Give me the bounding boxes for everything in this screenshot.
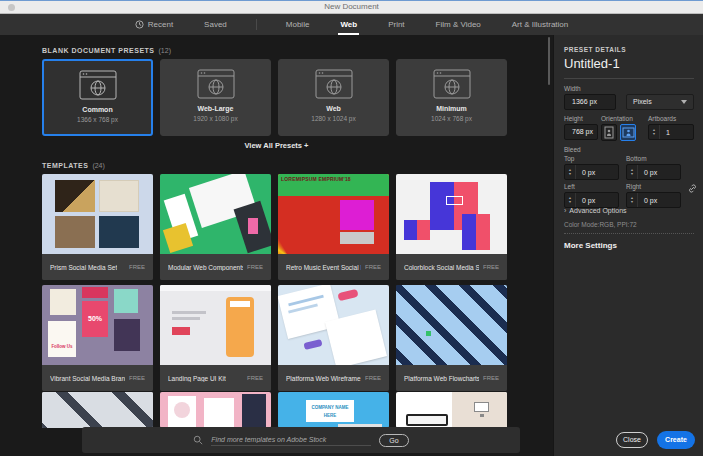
artboards-stepper[interactable]: ▲▼ 1: [648, 124, 694, 140]
search-icon: [193, 435, 203, 445]
free-badge: FREE: [483, 375, 499, 381]
window-title: New Document: [0, 2, 703, 11]
free-badge: FREE: [365, 375, 381, 381]
tab-label: Art & Illustration: [512, 20, 568, 29]
view-all-presets-button[interactable]: View All Presets +: [0, 141, 553, 150]
template-name: Platforma Web Flowcharts Kit: [404, 375, 479, 382]
go-button[interactable]: Go: [379, 434, 408, 447]
preset-dims: 1920 x 1080 px: [193, 115, 237, 122]
template-card[interactable]: Platforma Web Wireframe KitFREE: [278, 285, 389, 391]
width-input[interactable]: 1366 px: [564, 94, 616, 110]
create-button[interactable]: Create: [657, 431, 695, 449]
template-card[interactable]: LOREMIPSUM EMPRIUM'18 Retro Music Event …: [278, 174, 389, 280]
tab-film-video[interactable]: Film & Video: [434, 16, 483, 33]
units-value: Pixels: [633, 95, 652, 109]
template-thumbnail: LOREMIPSUM EMPRIUM'18: [278, 174, 389, 254]
presets-section-count: (12): [159, 47, 171, 54]
bleed-left-stepper[interactable]: ▲▼ 0 px: [564, 192, 619, 208]
bleed-right-stepper[interactable]: ▲▼ 0 px: [626, 192, 681, 208]
stepper-arrows[interactable]: ▲▼: [627, 193, 638, 207]
template-thumbnail: COMPANY NAME HERE: [278, 392, 389, 428]
clock-icon: [135, 20, 144, 29]
preset-card-common[interactable]: Common 1366 x 768 px: [42, 59, 153, 136]
free-badge: FREE: [129, 375, 145, 381]
color-mode-summary: Color Mode:RGB, PPI:72: [564, 221, 637, 228]
template-card[interactable]: [42, 392, 153, 428]
free-badge: FREE: [129, 264, 145, 270]
template-card[interactable]: Modular Web Components SetFREE: [160, 174, 271, 280]
template-card[interactable]: Colorblock Social Media SetFREE: [396, 174, 507, 280]
bleed-top-value: 0 px: [576, 169, 595, 176]
template-name: Colorblock Social Media Set: [404, 264, 479, 271]
stepper-arrows[interactable]: ▲▼: [565, 193, 576, 207]
bleed-label: Bleed: [564, 146, 581, 153]
preset-card-web[interactable]: Web 1280 x 1024 px: [278, 59, 389, 136]
bleed-bottom-stepper[interactable]: ▲▼ 0 px: [626, 164, 681, 180]
chevron-down-icon: [681, 100, 687, 104]
preset-details-panel: PRESET DETAILS Untitled-1 Width 1366 px …: [553, 35, 703, 456]
stepper-arrows[interactable]: ▲▼: [649, 125, 660, 139]
tab-label: Print: [388, 20, 404, 29]
tab-label: Web: [340, 20, 357, 29]
template-thumbnail: [160, 392, 271, 428]
template-card[interactable]: Platforma Web Flowcharts KitFREE: [396, 285, 507, 391]
scrollbar[interactable]: [548, 37, 550, 85]
advanced-options-toggle[interactable]: ›Advanced Options: [564, 207, 627, 214]
preset-card-minimum[interactable]: Minimum 1024 x 768 px: [396, 59, 507, 136]
bleed-bottom-value: 0 px: [638, 169, 657, 176]
tab-web[interactable]: Web: [338, 16, 359, 33]
template-card[interactable]: Prism Social Media SetFREE: [42, 174, 153, 280]
tab-print[interactable]: Print: [386, 16, 406, 33]
template-card[interactable]: Landing Page UI KitFREE: [160, 285, 271, 391]
web-globe-icon: [197, 69, 235, 99]
template-thumbnail: [396, 392, 507, 428]
preset-name: Common: [82, 106, 112, 113]
units-select[interactable]: Pixels: [626, 94, 694, 110]
presets-section-label: BLANK DOCUMENT PRESETS: [42, 47, 155, 54]
free-badge: FREE: [247, 375, 263, 381]
orientation-landscape-button[interactable]: [620, 124, 636, 141]
template-thumbnail: [160, 174, 271, 254]
close-button[interactable]: Close: [616, 432, 648, 448]
templates-section-header: TEMPLATES(24): [42, 162, 105, 169]
tab-recent[interactable]: Recent: [133, 16, 175, 33]
height-input[interactable]: 768 px: [564, 124, 598, 140]
preset-dims: 1366 x 768 px: [77, 116, 118, 123]
stock-search-input[interactable]: [211, 435, 371, 446]
tab-art-illustration[interactable]: Art & Illustration: [510, 16, 570, 33]
template-name: Vibrant Social Media Branding Set: [50, 375, 125, 382]
free-badge: FREE: [365, 264, 381, 270]
more-settings-button[interactable]: More Settings: [564, 241, 617, 250]
free-badge: FREE: [483, 264, 499, 270]
bleed-bottom-label: Bottom: [626, 155, 647, 162]
divider: [564, 78, 694, 79]
template-card[interactable]: [396, 392, 507, 428]
presets-section-header: BLANK DOCUMENT PRESETS(12): [42, 47, 171, 54]
template-thumbnail: [42, 174, 153, 254]
thumbnail-text: LOREMIPSUM EMPRIUM'18: [281, 177, 386, 182]
new-document-dialog: New Document Recent Saved Mobile Web Pri…: [0, 0, 703, 456]
tab-mobile[interactable]: Mobile: [284, 16, 312, 33]
template-card[interactable]: [160, 392, 271, 428]
main-content: BLANK DOCUMENT PRESETS(12) Common 1366 x…: [0, 35, 553, 456]
stepper-arrows[interactable]: ▲▼: [627, 165, 638, 179]
orientation-portrait-button[interactable]: [601, 124, 617, 141]
template-thumbnail: [396, 285, 507, 365]
template-thumbnail: [42, 392, 153, 428]
template-thumbnail: [396, 174, 507, 254]
template-card[interactable]: COMPANY NAME HERE: [278, 392, 389, 428]
preset-card-web-large[interactable]: Web-Large 1920 x 1080 px: [160, 59, 271, 136]
template-card[interactable]: 50%Follow Us Vibrant Social Media Brandi…: [42, 285, 153, 391]
templates-section-label: TEMPLATES: [42, 162, 88, 169]
stepper-arrows[interactable]: ▲▼: [565, 165, 576, 179]
link-bleed-icon[interactable]: [687, 183, 698, 194]
portrait-icon: [604, 126, 614, 139]
orientation-label: Orientation: [601, 115, 633, 122]
thumbnail-text: COMPANY NAME HERE: [306, 400, 354, 422]
tab-saved[interactable]: Saved: [202, 16, 229, 33]
preset-name: Web-Large: [197, 105, 233, 112]
bleed-top-stepper[interactable]: ▲▼ 0 px: [564, 164, 619, 180]
document-name-input[interactable]: Untitled-1: [564, 56, 620, 71]
template-name: Platforma Web Wireframe Kit: [286, 375, 361, 382]
preset-dims: 1024 x 768 px: [431, 115, 472, 122]
